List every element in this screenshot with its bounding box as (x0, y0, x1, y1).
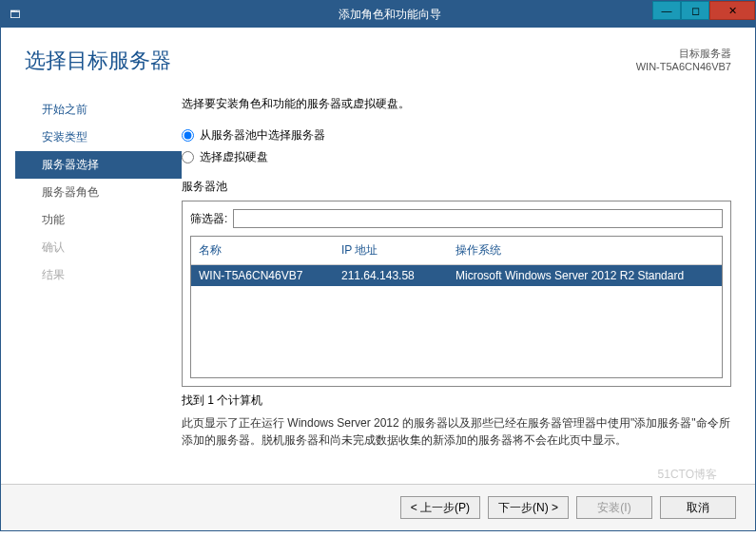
sidebar-item-server-roles[interactable]: 服务器角色 (15, 179, 182, 206)
radio-server-pool[interactable]: 从服务器池中选择服务器 (182, 127, 731, 144)
server-pool-label: 服务器池 (182, 179, 731, 195)
radio-vhd-input[interactable] (182, 151, 194, 163)
filter-label: 筛选器: (190, 211, 227, 227)
content-area: 选择目标服务器 目标服务器 WIN-T5A6CN46VB7 开始之前 安装类型 … (1, 28, 755, 530)
window-title: 添加角色和功能向导 (24, 7, 755, 23)
radio-vhd[interactable]: 选择虚拟硬盘 (182, 149, 731, 165)
sidebar-item-results: 结果 (15, 261, 182, 289)
sidebar-item-install-type[interactable]: 安装类型 (15, 124, 182, 151)
radio-server-pool-input[interactable] (182, 129, 194, 142)
sidebar-item-server-selection[interactable]: 服务器选择 (15, 151, 182, 179)
close-button[interactable]: ✕ (709, 1, 755, 20)
server-table: 名称 IP 地址 操作系统 WIN-T5A6CN46VB7 211.64.143… (190, 236, 723, 378)
radio-server-pool-label: 从服务器池中选择服务器 (200, 127, 325, 144)
destination-label: 目标服务器 (636, 47, 731, 61)
footer: < 上一步(P) 下一步(N) > 安装(I) 取消 (1, 484, 755, 530)
cell-os: Microsoft Windows Server 2012 R2 Standar… (448, 265, 722, 286)
note-text: 此页显示了正在运行 Windows Server 2012 的服务器以及那些已经… (182, 414, 731, 449)
sidebar-item-before-begin[interactable]: 开始之前 (15, 96, 182, 124)
sidebar-item-features[interactable]: 功能 (15, 206, 182, 234)
maximize-button[interactable]: ◻ (681, 1, 709, 20)
table-row[interactable]: WIN-T5A6CN46VB7 211.64.143.58 Microsoft … (191, 265, 722, 286)
sidebar-item-confirm: 确认 (15, 234, 182, 261)
minimize-button[interactable]: — (652, 1, 681, 20)
radio-vhd-label: 选择虚拟硬盘 (200, 149, 268, 165)
column-ip[interactable]: IP 地址 (334, 237, 448, 264)
titlebar: 🗔 添加角色和功能向导 — ◻ ✕ (1, 1, 755, 28)
window-controls: — ◻ ✕ (652, 1, 755, 20)
wizard-window: 🗔 添加角色和功能向导 — ◻ ✕ 选择目标服务器 目标服务器 WIN-T5A6… (0, 0, 756, 531)
destination-box: 目标服务器 WIN-T5A6CN46VB7 (636, 47, 731, 75)
column-name[interactable]: 名称 (191, 237, 334, 264)
header-row: 选择目标服务器 目标服务器 WIN-T5A6CN46VB7 (1, 28, 755, 85)
cell-name: WIN-T5A6CN46VB7 (191, 265, 334, 286)
cancel-button[interactable]: 取消 (660, 496, 736, 519)
app-icon: 🗔 (5, 9, 24, 20)
table-header: 名称 IP 地址 操作系统 (191, 237, 722, 265)
column-os[interactable]: 操作系统 (448, 237, 722, 264)
page-title: 选择目标服务器 (25, 47, 171, 75)
filter-row: 筛选器: (190, 209, 723, 228)
filter-input[interactable] (233, 209, 723, 228)
cell-ip: 211.64.143.58 (334, 265, 448, 286)
main-panel: 选择要安装角色和功能的服务器或虚拟硬盘。 从服务器池中选择服务器 选择虚拟硬盘 … (182, 85, 741, 474)
body-row: 开始之前 安装类型 服务器选择 服务器角色 功能 确认 结果 选择要安装角色和功… (1, 85, 755, 484)
next-button[interactable]: 下一步(N) > (488, 496, 569, 519)
found-count: 找到 1 个计算机 (182, 393, 731, 409)
instruction-text: 选择要安装角色和功能的服务器或虚拟硬盘。 (182, 96, 731, 112)
prev-button[interactable]: < 上一步(P) (400, 496, 480, 519)
install-button: 安装(I) (576, 496, 652, 519)
destination-value: WIN-T5A6CN46VB7 (636, 61, 731, 72)
server-pool-box: 筛选器: 名称 IP 地址 操作系统 WIN-T5A6CN46VB7 211.6… (182, 201, 731, 387)
sidebar: 开始之前 安装类型 服务器选择 服务器角色 功能 确认 结果 (15, 85, 182, 474)
